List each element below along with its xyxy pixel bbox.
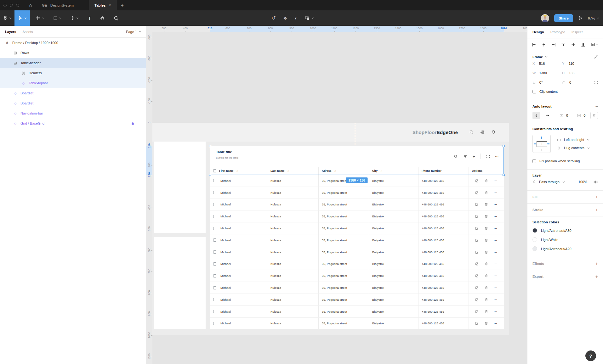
row-checkbox[interactable] — [213, 286, 216, 289]
boardlet-left-bottom[interactable] — [154, 237, 206, 329]
shape-tool-button[interactable] — [50, 10, 64, 26]
sort-icon[interactable]: ↓↑ — [334, 170, 336, 172]
constraint-top-tick[interactable] — [541, 137, 542, 139]
row-checkbox[interactable] — [213, 191, 216, 194]
layer-row-boardlet[interactable]: ◇Boardlet — [0, 88, 146, 98]
layer-row-rows[interactable]: Rows — [0, 48, 146, 58]
lock-icon[interactable] — [131, 122, 134, 125]
window-minimize-button[interactable] — [10, 4, 13, 7]
table-row[interactable]: MichaelKulesza35, Pogodna streetBialysto… — [210, 234, 504, 246]
filter-icon[interactable] — [463, 154, 467, 159]
page-selector[interactable]: Page 1 — [126, 30, 141, 34]
more-options-icon[interactable]: ••• — [491, 239, 500, 241]
trash-icon[interactable] — [481, 227, 491, 230]
column-header[interactable]: Last name↓↑ — [267, 167, 319, 175]
file-tab-tables[interactable]: Tables × — [89, 0, 117, 10]
more-options-icon[interactable]: ••• — [491, 215, 500, 217]
expand-icon[interactable] — [486, 154, 490, 158]
layer-row-grid-basegrid[interactable]: ◇Grid / BaseGrid — [0, 118, 146, 128]
alignment-options-button[interactable] — [590, 112, 598, 119]
move-tool-button[interactable] — [14, 10, 30, 26]
row-checkbox[interactable] — [213, 250, 216, 254]
align-left-icon[interactable] — [532, 42, 536, 47]
table-row[interactable]: MichaelKulesza35, Pogodna streetBialysto… — [210, 199, 504, 211]
column-header[interactable]: City↓↑ — [369, 167, 418, 175]
create-component-icon[interactable]: ❖ — [283, 16, 287, 21]
more-options-icon[interactable]: ••• — [491, 227, 500, 229]
fix-position-row[interactable]: Fix position when scrolling — [532, 157, 598, 165]
window-zoom-button[interactable] — [16, 4, 19, 7]
row-checkbox[interactable] — [213, 169, 216, 172]
sort-icon[interactable]: ↓↑ — [236, 170, 238, 172]
more-options-icon[interactable]: ••• — [491, 287, 500, 289]
table-row[interactable]: MichaelKulesza35, Pogodna streetBialysto… — [210, 282, 504, 294]
edit-icon[interactable] — [472, 215, 481, 218]
x-position-field[interactable]: X 516 — [532, 62, 562, 65]
add-effect-icon[interactable]: + — [595, 261, 598, 266]
align-horizontal-center-icon[interactable] — [542, 42, 546, 47]
trash-icon[interactable] — [481, 322, 491, 325]
tab-inspect[interactable]: Inspect — [572, 30, 583, 34]
constraint-bottom-tick[interactable] — [542, 149, 542, 151]
main-menu-button[interactable] — [0, 10, 14, 26]
column-header[interactable]: First name↓↑ — [210, 167, 267, 175]
layer-row-table-topbar[interactable]: ◇Table-topbar — [0, 78, 146, 88]
trash-icon[interactable] — [481, 298, 491, 301]
trash-icon[interactable] — [481, 191, 491, 194]
edit-icon[interactable] — [472, 322, 481, 325]
direction-vertical-button[interactable] — [532, 112, 540, 119]
edit-icon[interactable] — [472, 274, 481, 277]
column-header[interactable]: Phone number — [418, 167, 469, 175]
present-button[interactable] — [578, 16, 583, 20]
edit-icon[interactable] — [472, 262, 481, 266]
tidy-distribute-button[interactable] — [591, 42, 599, 47]
hand-tool-button[interactable] — [97, 10, 108, 26]
selection-color-row[interactable]: Light/White — [532, 235, 598, 244]
padding-field[interactable]: 0 — [577, 114, 585, 118]
row-checkbox[interactable] — [213, 262, 216, 266]
align-right-icon[interactable] — [551, 42, 556, 47]
height-field[interactable]: H 136 — [562, 71, 592, 75]
sliders-icon[interactable] — [480, 130, 485, 134]
edit-icon[interactable] — [472, 250, 481, 254]
trash-icon[interactable] — [481, 215, 491, 218]
close-tab-icon[interactable]: × — [109, 3, 111, 8]
align-top-icon[interactable] — [561, 42, 566, 47]
add-icon[interactable]: + — [473, 154, 475, 159]
align-vertical-center-icon[interactable] — [571, 42, 576, 47]
constraint-left-tick[interactable] — [534, 143, 536, 144]
y-position-field[interactable]: Y 110 — [562, 62, 592, 65]
more-options-icon[interactable]: ••• — [491, 192, 500, 194]
search-icon[interactable] — [469, 130, 474, 134]
share-button[interactable]: Share — [554, 14, 573, 22]
row-checkbox[interactable] — [213, 298, 216, 301]
color-swatch[interactable] — [532, 237, 537, 242]
edit-icon[interactable] — [472, 191, 481, 194]
more-options-icon[interactable]: ••• — [495, 155, 499, 158]
layer-row-headers[interactable]: Headers — [0, 68, 146, 78]
direction-horizontal-button[interactable] — [544, 112, 551, 119]
constraints-widget[interactable]: + — [532, 135, 551, 153]
color-swatch[interactable] — [532, 228, 537, 233]
table-row[interactable]: MichaelKulesza35, Pogodna streetBialysto… — [210, 270, 504, 282]
column-header[interactable]: Adress↓↑ — [319, 167, 369, 175]
edit-icon[interactable] — [472, 238, 481, 242]
pen-tool-button[interactable] — [67, 10, 82, 26]
mask-icon[interactable]: ◐ — [295, 15, 298, 21]
more-options-icon[interactable]: ••• — [491, 263, 500, 265]
visibility-eye-icon[interactable] — [593, 180, 598, 184]
edit-icon[interactable] — [472, 286, 481, 289]
chevron-down-icon[interactable] — [545, 56, 548, 58]
column-header[interactable]: Actions — [469, 167, 504, 175]
bell-icon[interactable] — [491, 130, 496, 134]
more-options-icon[interactable]: ••• — [491, 322, 500, 324]
search-icon[interactable] — [454, 154, 458, 159]
trash-icon[interactable] — [481, 310, 491, 313]
tab-assets[interactable]: Assets — [22, 30, 33, 34]
remove-auto-layout-icon[interactable]: − — [595, 104, 598, 109]
table-row[interactable]: MichaelKulesza35, Pogodna streetBialysto… — [210, 258, 504, 270]
tab-layers[interactable]: Layers — [5, 30, 16, 34]
help-button[interactable]: ? — [585, 350, 596, 361]
row-checkbox[interactable] — [213, 322, 216, 325]
row-checkbox[interactable] — [213, 238, 216, 242]
